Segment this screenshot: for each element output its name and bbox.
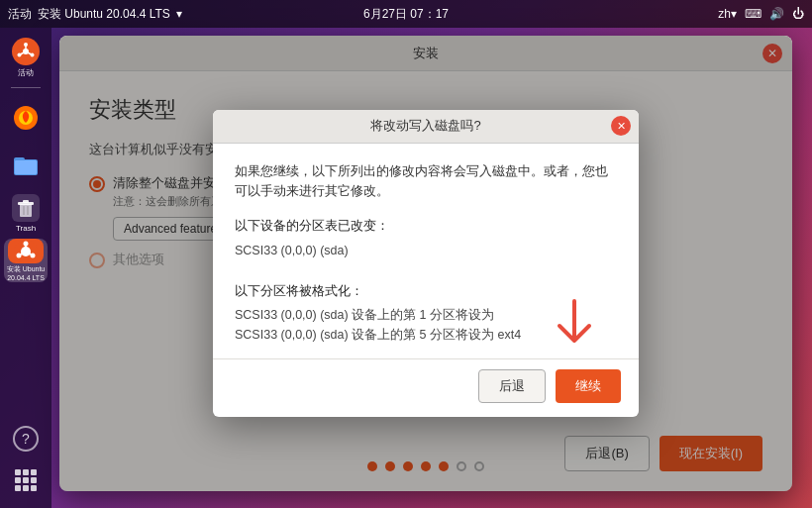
app-dropdown-icon[interactable]: ▾ [176, 7, 182, 21]
dialog-title: 将改动写入磁盘吗? [370, 117, 480, 135]
dialog-footer: 后退 继续 [213, 358, 639, 417]
sidebar-item-firefox[interactable] [4, 96, 48, 140]
topbar-right: zh▾ ⌨ 🔊 ⏻ [718, 7, 804, 21]
dialog-close-button[interactable]: ✕ [611, 116, 631, 136]
dialog-section2-item-1: SCSI33 (0,0,0) (sda) 设备上的第 5 分区将设为 ext4 [235, 325, 617, 345]
ubuntu-label: 活动 [18, 67, 34, 78]
sidebar-item-apps-grid[interactable] [8, 462, 44, 498]
dialog-titlebar: 将改动写入磁盘吗? ✕ [213, 110, 639, 144]
install-ubuntu-label: 安装 Ubuntu20.04.4 LTS [7, 265, 46, 282]
volume-icon[interactable]: 🔊 [769, 7, 784, 21]
dialog-continue-button[interactable]: 继续 [556, 369, 621, 403]
dialog-intro-text: 如果您继续，以下所列出的修改内容将会写入磁盘中。或者，您也可以手动来进行其它修改… [235, 161, 617, 203]
svg-rect-12 [15, 160, 37, 174]
sidebar-divider-1 [11, 87, 41, 88]
sidebar-bottom: ? [8, 421, 44, 498]
sidebar-item-help[interactable]: ? [8, 421, 44, 457]
ubuntu-logo-icon [12, 38, 40, 65]
topbar: 活动 安装 Ubuntu 20.04.4 LTS ▾ 6月27日 07：17 z… [0, 0, 812, 28]
dialog-section1-item-0: SCSI33 (0,0,0) (sda) [235, 241, 617, 260]
dialog-overlay: 将改动写入磁盘吗? ✕ 如果您继续，以下所列出的修改内容将会写入磁盘中。或者，您… [59, 36, 792, 491]
svg-rect-13 [20, 204, 32, 217]
sidebar-item-ubuntu[interactable]: 活动 [4, 36, 48, 79]
files-icon [12, 152, 40, 179]
dialog-body: 如果您继续，以下所列出的修改内容将会写入磁盘中。或者，您也可以手动来进行其它修改… [213, 144, 639, 359]
keyboard-icon[interactable]: ⌨ [745, 7, 761, 21]
trash-icon [12, 194, 40, 222]
firefox-icon [12, 104, 40, 132]
power-icon[interactable]: ⏻ [792, 7, 804, 21]
confirm-write-dialog: 将改动写入磁盘吗? ✕ 如果您继续，以下所列出的修改内容将会写入磁盘中。或者，您… [213, 110, 639, 418]
installer-window: 安装 ✕ 安装类型 这台计算机似乎没有安装操作系统。您准备怎么做？ 清除整个磁盘… [59, 36, 792, 491]
dialog-section2-item-0: SCSI33 (0,0,0) (sda) 设备上的第 1 分区将设为 [235, 305, 617, 325]
dialog-back-button[interactable]: 后退 [478, 369, 546, 403]
desktop: 活动 安装 Ubuntu 20.04.4 LTS ▾ 6月27日 07：17 z… [0, 0, 812, 508]
dialog-section1-title: 以下设备的分区表已改变： [235, 216, 617, 237]
sidebar-item-trash[interactable]: Trash [4, 191, 48, 235]
svg-rect-15 [23, 200, 29, 203]
app-title-topbar: 安装 Ubuntu 20.04.4 LTS [38, 6, 170, 23]
apps-grid-icon [15, 469, 37, 491]
dialog-section2-title: 以下分区将被格式化： [235, 281, 617, 302]
install-ubuntu-icon [8, 239, 44, 263]
topbar-left: 活动 安装 Ubuntu 20.04.4 LTS ▾ [8, 6, 182, 23]
help-icon: ? [13, 426, 39, 452]
lang-selector[interactable]: zh▾ [718, 7, 737, 21]
sidebar-item-files[interactable] [4, 144, 48, 187]
sidebar: 活动 [0, 28, 51, 508]
trash-label: Trash [16, 224, 36, 233]
datetime-display: 6月27日 07：17 [363, 6, 449, 23]
activities-label[interactable]: 活动 [8, 6, 32, 23]
sidebar-item-install-ubuntu[interactable]: 安装 Ubuntu20.04.4 LTS [4, 239, 48, 282]
